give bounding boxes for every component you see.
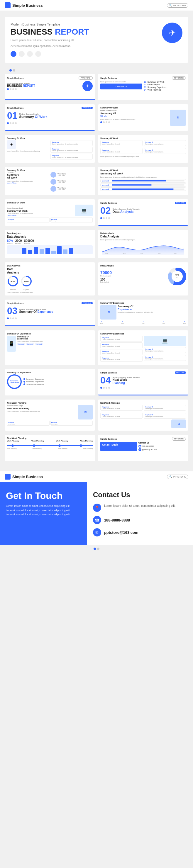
- slide15-desc: Lorem ipsum dolor sit amet consectetur a…: [118, 311, 186, 313]
- tl2: 22020: [121, 321, 124, 324]
- slide18-body: SummaryExperience Summary - Experience S…: [7, 374, 93, 389]
- slide-experience-photo[interactable]: Summary Of Experience 🖼 Summary OfExperi…: [98, 300, 188, 326]
- slide9-text: Modern Business Simple Template Data Ana…: [113, 208, 140, 213]
- c-label4: Work Planning: [147, 89, 161, 91]
- slide12-title: Data Analysis: [7, 265, 93, 267]
- nav-dot-2[interactable]: [13, 69, 15, 71]
- tl-dot-3: [58, 444, 61, 447]
- slide-04-planning[interactable]: Simple Business PAIR ONE 04 Modern Busin…: [98, 369, 188, 396]
- tl4-label: 2022: [163, 322, 165, 324]
- slide4-desc: Lorem ipsum dolor sit amet consectetur a…: [100, 118, 168, 120]
- bottom-nav-dot-2[interactable]: [97, 548, 100, 550]
- bottom-pptstore[interactable]: 🔍 PPTSTORE: [167, 474, 188, 479]
- slide5-left: ✈ Lorem ipsum dolor sit amet consectetur…: [7, 140, 49, 160]
- slide19-blue: Planning: [113, 381, 125, 384]
- slides-row-9: Summary Of Experience 📱 Summary OfExperi…: [5, 330, 188, 365]
- slide9-dots: [100, 217, 186, 219]
- slide4-dots: [100, 121, 168, 123]
- kw-box3: keyword Lorem ipsum dolor sit amet conse…: [51, 154, 93, 159]
- s3dot2: [10, 122, 11, 124]
- slide-planning-keywords[interactable]: Next Work Planning keyword Lorem ipsum d…: [98, 400, 188, 431]
- c-label2: Data Analysis: [147, 84, 160, 86]
- slide2-blue-block: CONTENTS: [100, 84, 142, 89]
- slide-02-data-analysis[interactable]: Simple Business PAIR ONE 02 Modern Busin…: [98, 199, 188, 226]
- bottom-brand-name: Simple Business: [12, 474, 43, 479]
- slide-laptop-title: Summary Of Work: [7, 202, 93, 204]
- tl-label3: Work Planning: [56, 440, 68, 442]
- slide-keywords-2[interactable]: Summary Of Work keyword Lorem ipsum dolo…: [98, 135, 188, 163]
- slide1-title: BUSINESS REPORT: [7, 84, 35, 87]
- slide-pie-chart[interactable]: Data Analysis 70000 Data Analysis 100 Da…: [98, 262, 188, 296]
- svg-rect-4: [39, 249, 44, 254]
- tl-label4: Work Planning: [80, 440, 93, 442]
- slide-experience-circle[interactable]: Summary Of Experience SummaryExperience …: [5, 369, 95, 396]
- slide-experience-laptop[interactable]: Summary Of Experience keyword Lorem ipsu…: [98, 330, 188, 365]
- nav-dot-1[interactable]: [9, 69, 12, 71]
- slide18-title: Summary Of Experience: [7, 371, 93, 373]
- contents-title: CONTENTS: [116, 86, 127, 88]
- circle2: 60% Keyword: [21, 275, 32, 290]
- slide-01-summary[interactable]: Simple Business PAIR ONE 01 Modern Busin…: [5, 104, 95, 131]
- slide-business-report[interactable]: Simple Business PPTSTORE Modern Business…: [5, 74, 95, 100]
- bottom-nav-dots: [0, 545, 193, 552]
- slide-laptop-learn[interactable]: Learn More ›: [7, 215, 74, 216]
- s19d4: [108, 387, 110, 389]
- slide-circle-progress[interactable]: Data Analysis DataAnalysis 80% Keyword 6…: [5, 262, 95, 296]
- slide13-body: 70000 Data Analysis 100 Data Analysis 75…: [100, 268, 186, 285]
- slide23-email-icon: ✉: [138, 448, 141, 451]
- bottom-brand: Simple Business: [5, 474, 43, 479]
- svg-rect-2: [28, 250, 32, 254]
- kr-fill2: [112, 184, 151, 186]
- top-bar: Simple Business 🔍 PPTSTORE: [0, 0, 193, 11]
- icon-circle-3[interactable]: [27, 51, 33, 57]
- icon-circle-2[interactable]: [19, 51, 25, 57]
- s21kw4: keyword Lorem ipsum dolor sit amet.: [144, 413, 186, 418]
- slide-progress-bars[interactable]: Summary Of Work Summary Of Work Lorem ip…: [98, 167, 188, 195]
- s17kw6: keyword Lorem ipsum dolor sit amet.: [144, 355, 186, 361]
- slide8-title: Summary Of Work: [100, 169, 186, 171]
- slide-contact[interactable]: Simple Business PPTSTORE Get In Touch Co…: [98, 435, 188, 461]
- slide9-accent: [98, 225, 188, 226]
- s6kw2: keyword Lorem ipsum dolor sit amet.: [144, 140, 186, 146]
- slide17-title: Summary Of Experience: [100, 333, 186, 335]
- slide17-body: keyword Lorem ipsum dolor sit amet. keyw…: [100, 336, 186, 363]
- s14d2: [10, 317, 11, 319]
- slide-contents[interactable]: Simple Business PPTSTORE Lorem ipsum dol…: [98, 74, 188, 100]
- slide-timeline[interactable]: Next Work Planning Work Planning Work Pl…: [5, 435, 95, 461]
- icon-circle-1[interactable]: [10, 51, 17, 57]
- stat3-val: 800000: [24, 239, 34, 242]
- slide2-brand: Simple Business: [100, 77, 117, 79]
- slide-data-stats[interactable]: Data Analysis Data Analysis 80% keyword …: [5, 230, 95, 258]
- kw-text2: Lorem ipsum dolor sit amet consectetur.: [52, 150, 91, 152]
- s6kw1: keyword Lorem ipsum dolor sit amet.: [100, 140, 142, 146]
- slides-row-10: Summary Of Experience SummaryExperience …: [5, 369, 188, 396]
- slide-experience-phone[interactable]: Summary Of Experience 📱 Summary OfExperi…: [5, 330, 95, 365]
- slide12-desc: Lorem ipsum dolor sit amet consectetur.: [7, 291, 93, 293]
- slide-03-experience[interactable]: Simple Business PAIR ONE 03 Modern Busin…: [5, 300, 95, 326]
- stat2: 2900 keyword: [15, 239, 22, 244]
- tl1: 12019: [100, 321, 103, 324]
- slide-team[interactable]: Summary Of Work Our Team SummaryOf Work …: [5, 167, 95, 195]
- stat2-val: 2900: [15, 239, 22, 242]
- c-num4: 04: [144, 89, 146, 91]
- final-inner: Get In Touch Lorem-ipsum dolor sit amet,…: [0, 482, 193, 545]
- s9d2: [103, 217, 105, 219]
- slide-laptop[interactable]: Summary Of Work Modern Business Simple S…: [5, 199, 95, 226]
- circle2-label: Keyword: [21, 289, 32, 290]
- slide1-brand: Simple Business: [7, 77, 24, 79]
- s17kw2: keyword Lorem ipsum dolor sit amet.: [100, 342, 142, 348]
- slide7-learn-more[interactable]: Learn More ›: [7, 182, 49, 184]
- slide-summary-photo[interactable]: Summary Of Work Modern Business Simple S…: [98, 104, 188, 131]
- slide-planning-person[interactable]: Next Work Planning Modern Business Simpl…: [5, 400, 95, 431]
- slide-wave-chart[interactable]: Data Analysis Data Analysis Lorem ipsum …: [98, 230, 188, 258]
- bottom-nav-dot-1[interactable]: [93, 548, 96, 550]
- s17kt5: Lorem ipsum dolor sit amet.: [145, 350, 184, 352]
- slide20-body: Modern Business Simple Next Work Plannin…: [7, 405, 93, 420]
- icon-circle-4[interactable]: [35, 51, 41, 57]
- s21kw1: keyword Lorem ipsum dolor sit amet.: [100, 405, 142, 411]
- exp-label2: Summary - Experience: [26, 381, 44, 382]
- pptstore-button[interactable]: 🔍 PPTSTORE: [167, 3, 188, 8]
- circle1: 80% Keyword: [7, 275, 19, 290]
- slides-row-5: Summary Of Work Modern Business Simple S…: [5, 199, 188, 226]
- slide-keywords-1[interactable]: Summary Of Work ✈ Lorem ipsum dolor sit …: [5, 135, 95, 163]
